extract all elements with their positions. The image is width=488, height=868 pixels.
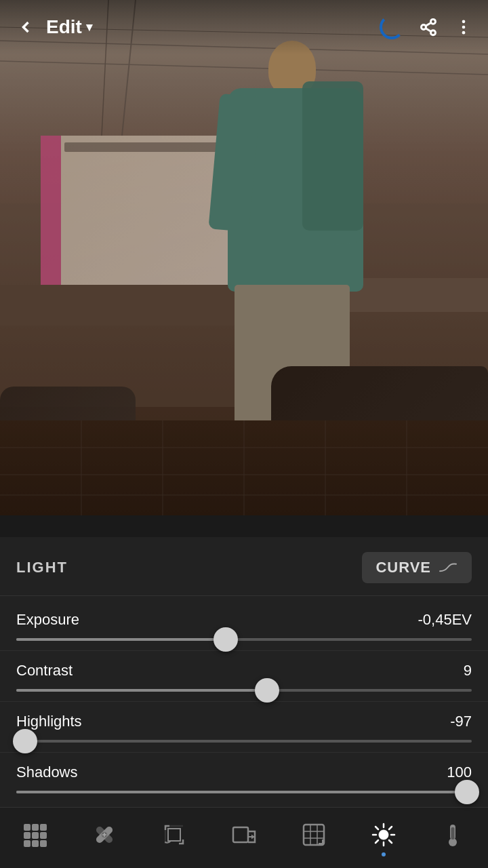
svg-rect-29: [40, 840, 47, 847]
bottom-toolbar: [0, 807, 488, 868]
exposure-fill: [16, 638, 226, 641]
svg-rect-25: [32, 832, 39, 839]
contrast-fill: [16, 689, 267, 692]
svg-line-49: [375, 840, 378, 843]
shadows-label: Shadows: [16, 764, 78, 781]
toolbar-item-selective[interactable]: [217, 820, 271, 856]
toolbar-dot-temperature: [451, 852, 455, 856]
share-button[interactable]: [418, 16, 439, 38]
toolbar-item-presets2[interactable]: [287, 820, 341, 856]
contrast-thumb[interactable]: [255, 678, 279, 703]
exposure-label: Exposure: [16, 611, 79, 629]
presets-icon: [20, 820, 49, 850]
toolbar-item-crop[interactable]: [147, 820, 201, 856]
light-icon: [369, 820, 399, 850]
toolbar-dot-light: [382, 852, 386, 856]
contrast-slider-row: Contrast 9: [0, 651, 488, 701]
selective-icon: [229, 820, 259, 850]
contrast-track[interactable]: [16, 689, 472, 692]
toolbar-item-temperature[interactable]: [426, 820, 480, 856]
svg-rect-26: [40, 832, 47, 839]
toolbar-item-healing[interactable]: [77, 820, 131, 856]
more-options-button[interactable]: [453, 16, 474, 38]
svg-rect-27: [24, 840, 30, 847]
section-label: LIGHT: [16, 559, 68, 576]
svg-line-4: [426, 23, 431, 26]
toolbar-dot-presets: [33, 852, 37, 856]
presets2-icon: [299, 820, 329, 850]
svg-rect-22: [32, 824, 39, 831]
toolbar-dot-presets2: [312, 852, 316, 856]
highlights-thumb[interactable]: [13, 729, 37, 753]
panel-header: LIGHT CURVE: [0, 537, 488, 596]
svg-point-41: [379, 830, 388, 840]
highlights-value: -97: [450, 713, 472, 730]
svg-rect-23: [40, 824, 47, 831]
svg-rect-21: [24, 824, 30, 831]
crop-icon: [159, 820, 189, 850]
header: Edit ▾: [0, 0, 488, 54]
curve-button[interactable]: CURVE: [362, 552, 472, 583]
svg-rect-40: [304, 825, 324, 845]
svg-line-47: [389, 840, 392, 843]
svg-point-5: [462, 20, 466, 24]
temperature-icon: [438, 820, 468, 850]
photo-canvas: [0, 0, 488, 515]
loading-indicator: [380, 15, 404, 39]
svg-rect-52: [451, 827, 455, 840]
svg-point-1: [422, 25, 426, 30]
exposure-thumb[interactable]: [214, 627, 238, 652]
header-left: Edit ▾: [14, 15, 92, 39]
toolbar-item-presets[interactable]: [7, 820, 62, 856]
shadows-thumb[interactable]: [455, 780, 479, 804]
svg-point-6: [462, 26, 466, 29]
exposure-slider-row: Exposure -0,45EV: [0, 600, 488, 650]
highlights-track[interactable]: [16, 740, 472, 743]
sliders-area: Exposure -0,45EV Contrast 9 High: [0, 596, 488, 807]
highlights-slider-row: Highlights -97: [0, 702, 488, 752]
back-button[interactable]: [14, 15, 38, 39]
curve-label: CURVE: [375, 559, 431, 576]
shadows-fill: [16, 791, 467, 793]
shadows-slider-row: Shadows 100: [0, 753, 488, 803]
edit-label: Edit: [46, 16, 82, 38]
exposure-track[interactable]: [16, 638, 472, 641]
shadows-track[interactable]: [16, 791, 472, 793]
toolbar-dot-healing: [102, 852, 106, 856]
header-right: [380, 15, 474, 39]
svg-line-3: [426, 28, 431, 32]
edit-panel: LIGHT CURVE Exposure -0,45EV Contrast: [0, 537, 488, 868]
toolbar-dot-selective: [242, 852, 246, 856]
svg-rect-28: [32, 840, 39, 847]
svg-point-2: [431, 31, 436, 35]
svg-line-48: [389, 827, 392, 829]
highlights-label: Highlights: [16, 713, 82, 730]
svg-point-0: [431, 19, 436, 24]
chevron-down-icon: ▾: [86, 20, 92, 35]
contrast-label: Contrast: [16, 662, 73, 679]
svg-rect-24: [24, 832, 30, 839]
toolbar-dot-crop: [172, 852, 176, 856]
toolbar-item-light[interactable]: [357, 820, 411, 856]
svg-rect-37: [168, 829, 180, 841]
svg-line-46: [375, 827, 378, 829]
shadows-value: 100: [447, 764, 472, 781]
contrast-value: 9: [464, 662, 472, 679]
svg-rect-38: [233, 827, 248, 842]
svg-point-7: [462, 31, 466, 35]
exposure-value: -0,45EV: [418, 611, 472, 629]
healing-icon: [89, 820, 119, 850]
header-title[interactable]: Edit ▾: [46, 16, 92, 38]
